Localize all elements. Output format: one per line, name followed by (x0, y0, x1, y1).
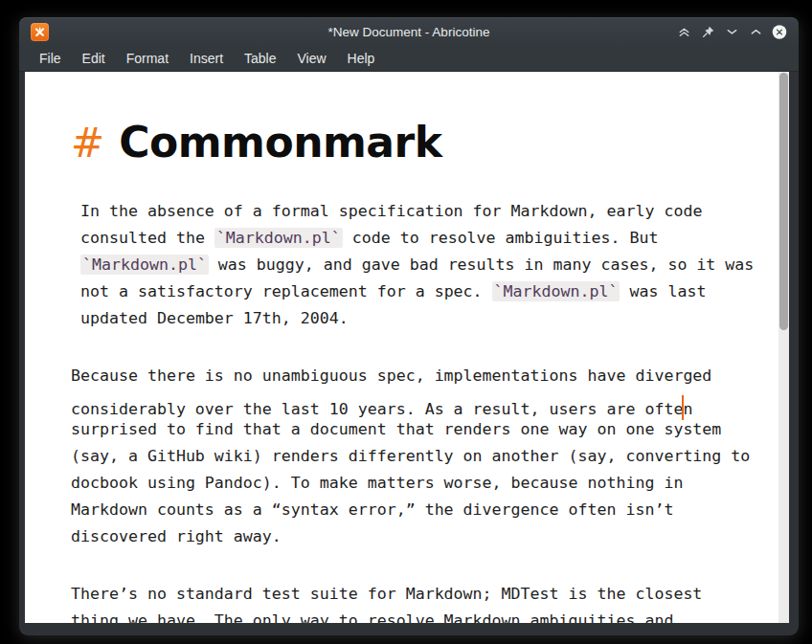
menu-item-insert[interactable]: Insert (179, 48, 234, 69)
text-run: (say, a GitHub wiki) renders differently… (71, 447, 750, 465)
text-run: In the absence of a formal specification… (80, 202, 702, 220)
text-line[interactable]: Markdown counts as a “syntax error,” the… (71, 497, 740, 523)
minimize-button[interactable] (724, 25, 739, 40)
paragraph: There’s no standard test suite for Markd… (71, 581, 740, 623)
pin-icon (701, 25, 715, 39)
text-line[interactable]: In the absence of a formal specification… (80, 198, 740, 225)
inline-code: `Markdown.pl` (492, 281, 620, 301)
title-bar[interactable]: *New Document - Abricotine (19, 17, 799, 46)
close-button[interactable] (772, 25, 787, 40)
screenshot-root: *New Document - Abricotine (0, 0, 812, 644)
text-line[interactable]: docbook using Pandoc). To make matters w… (71, 470, 740, 497)
close-icon (772, 22, 787, 42)
text-run: not a satisfactory replacement for a spe… (80, 282, 492, 300)
menu-item-file[interactable]: File (29, 48, 72, 69)
text-line[interactable]: not a satisfactory replacement for a spe… (80, 278, 740, 305)
menu-item-help[interactable]: Help (337, 48, 386, 69)
keep-above-button[interactable] (700, 25, 715, 40)
text-line[interactable]: (say, a GitHub wiki) renders differently… (71, 443, 740, 470)
chevron-down-icon (725, 25, 739, 39)
text-line[interactable]: Because there is no unambiguous spec, im… (71, 363, 740, 389)
text-line[interactable]: discovered right away. (71, 523, 740, 550)
text-line[interactable]: consulted the `Markdown.pl` code to reso… (80, 225, 740, 252)
h1-text: Commonmark (119, 118, 441, 167)
text-run: updated December 17th, 2004. (80, 309, 349, 327)
paragraphs-container: In the absence of a formal specification… (71, 198, 740, 623)
text-run: Markdown counts as a “syntax error,” the… (71, 500, 673, 519)
text-run: Because there is no unambiguous spec, im… (71, 366, 711, 385)
document-area: #Commonmark In the absence of a formal s… (25, 72, 789, 623)
text-line[interactable]: There’s no standard test suite for Markd… (71, 581, 740, 608)
scrollbar-thumb[interactable] (779, 73, 788, 330)
chevron-up-icon (749, 25, 763, 39)
shade-button[interactable] (676, 25, 691, 40)
inline-code: `Markdown.pl` (80, 255, 209, 275)
text-run: was buggy, and gave bad results in many … (209, 255, 754, 274)
menu-item-edit[interactable]: Edit (72, 48, 116, 69)
editor-content[interactable]: #Commonmark In the absence of a formal s… (25, 72, 778, 623)
h1-hash-marker: # (71, 120, 105, 167)
text-run: surprised to find that a document that r… (71, 420, 721, 438)
text-run: consulted the (80, 229, 214, 247)
menu-bar: FileEditFormatInsertTableViewHelp (19, 46, 799, 72)
vertical-scrollbar[interactable] (778, 72, 789, 623)
text-line[interactable]: considerably over the last 10 years. As … (71, 389, 740, 416)
abricotine-window: *New Document - Abricotine (19, 17, 799, 635)
paragraph: In the absence of a formal specification… (71, 198, 740, 332)
window-controls (676, 25, 787, 40)
text-line[interactable]: thing we have. The only way to resolve M… (71, 608, 740, 623)
maximize-button[interactable] (748, 25, 763, 40)
text-line[interactable]: surprised to find that a document that r… (71, 416, 740, 443)
text-run: discovered right away. (71, 527, 282, 545)
app-menu-button[interactable] (31, 23, 49, 41)
inline-code: `Markdown.pl` (214, 228, 343, 248)
double-chevron-up-icon (677, 25, 691, 39)
text-run: There’s no standard test suite for Markd… (71, 585, 702, 603)
menu-item-format[interactable]: Format (116, 48, 179, 69)
markdown-h1: #Commonmark (71, 116, 740, 173)
text-run: docbook using Pandoc). To make matters w… (71, 474, 683, 492)
abricotine-logo-icon (34, 26, 46, 38)
paragraph: Because there is no unambiguous spec, im… (71, 363, 740, 550)
text-run: code to resolve ambiguities. But (343, 229, 659, 247)
text-run: thing we have. The only way to resolve M… (71, 611, 673, 623)
text-run: was last (620, 282, 706, 300)
text-line[interactable]: updated December 17th, 2004. (80, 305, 740, 332)
menu-item-table[interactable]: Table (234, 48, 286, 69)
text-line[interactable]: `Markdown.pl` was buggy, and gave bad re… (80, 252, 740, 278)
text-caret (682, 395, 684, 420)
menu-item-view[interactable]: View (287, 48, 337, 69)
